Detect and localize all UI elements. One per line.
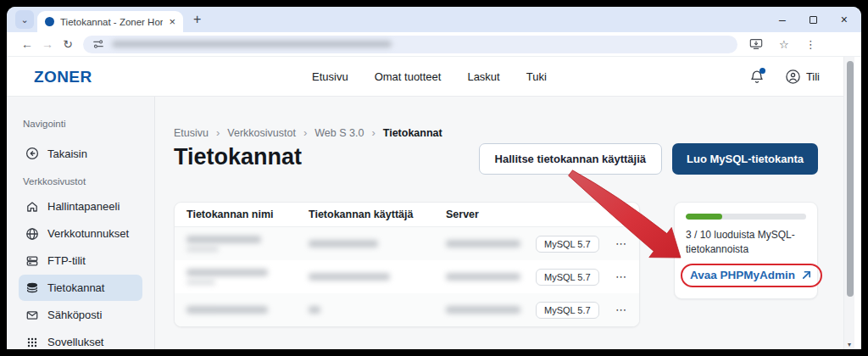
breadcrumb-separator-icon: ›: [303, 126, 307, 139]
tab-close-icon[interactable]: ×: [169, 16, 175, 27]
sidebar-item-label: FTP-tilit: [47, 254, 86, 267]
reload-icon[interactable]: ↻: [58, 37, 78, 51]
page-title: Tietokannat: [174, 144, 302, 170]
zoner-logo[interactable]: ZONER: [34, 68, 92, 86]
window-controls: – ×: [779, 7, 848, 32]
table-row[interactable]: MySQL 5.7 ⋯: [175, 227, 639, 260]
sidebar-section-navigation: Navigointi: [23, 119, 142, 131]
apps-grid-icon: [25, 336, 39, 349]
nav-item-tuki[interactable]: Tuki: [526, 70, 547, 83]
site-favicon: [45, 17, 54, 26]
minimize-button[interactable]: –: [779, 13, 786, 26]
notifications-bell-icon[interactable]: [749, 70, 765, 85]
external-link-icon: [801, 270, 812, 281]
forward-nav-icon[interactable]: →: [37, 37, 58, 51]
sidebar-item-label: Sovellukset: [47, 336, 103, 348]
nav-item-etusivu[interactable]: Etusivu: [312, 70, 348, 83]
back-circle-icon: [25, 147, 39, 160]
breadcrumb-separator-icon: ›: [371, 126, 375, 139]
db-quota-progress-fill: [686, 214, 722, 220]
page-actions: Hallitse tietokannan käyttäjiä Luo MySQL…: [479, 143, 818, 175]
sidebar: Navigointi Takaisin Verkkosivustot: [7, 97, 155, 349]
nav-item-omat-tuotteet[interactable]: Omat tuotteet: [375, 70, 442, 83]
app-header: ZONER Etusivu Omat tuotteet Laskut Tuki: [7, 57, 843, 97]
site-settings-icon[interactable]: [92, 38, 104, 50]
mysql-version-badge: MySQL 5.7: [536, 269, 599, 286]
page-scrollbar[interactable]: ▾: [843, 57, 854, 349]
account-label: Tili: [806, 70, 820, 83]
db-name-redacted: [186, 306, 309, 314]
breadcrumb-verkkosivustot[interactable]: Verkkosivustot: [227, 127, 296, 139]
db-user-redacted: [309, 306, 446, 314]
sidebar-item-label: Takaisin: [47, 147, 87, 160]
manage-db-users-button[interactable]: Hallitse tietokannan käyttäjiä: [479, 143, 662, 175]
table-row[interactable]: MySQL 5.7 ⋯: [175, 293, 639, 326]
url-text-redacted: [112, 41, 392, 47]
mysql-version-badge: MySQL 5.7: [536, 302, 599, 319]
home-icon: [25, 200, 39, 214]
table-header-row: Tietokannan nimi Tietokannan käyttäjä Se…: [175, 203, 639, 227]
sidebar-item-ftp-tilit[interactable]: FTP-tilit: [19, 248, 142, 274]
sidebar-item-tietokannat[interactable]: Tietokannat: [19, 275, 142, 301]
databases-table: Tietokannan nimi Tietokannan käyttäjä Se…: [174, 202, 640, 327]
db-name-redacted: [186, 236, 309, 252]
tab-title: Tietokannat - Zoner Home: [60, 17, 163, 27]
header-right: Tili: [749, 57, 820, 97]
db-name-redacted: [186, 269, 309, 285]
maximize-button[interactable]: [810, 16, 817, 24]
sidebar-item-label: Sähköposti: [47, 309, 102, 321]
sidebar-item-verkkotunnukset[interactable]: Verkkotunnukset: [19, 220, 142, 247]
send-to-device-icon[interactable]: [749, 38, 763, 50]
breadcrumb-web-s-30[interactable]: Web S 3.0: [314, 127, 364, 139]
scrollbar-down-arrow-icon[interactable]: ▾: [844, 341, 854, 348]
sidebar-item-back[interactable]: Takaisin: [19, 141, 142, 166]
mysql-version-badge: MySQL 5.7: [536, 236, 599, 253]
sidebar-item-label: Hallintapaneeli: [47, 200, 120, 213]
db-user-redacted: [309, 273, 446, 281]
table-row[interactable]: MySQL 5.7 ⋯: [175, 260, 639, 293]
red-highlight-annotation: Avaa PHPMyAdmin: [681, 264, 822, 287]
db-quota-progressbar: [686, 214, 806, 220]
mysql-usage-card: 3 / 10 luoduista MySQL-tietokannoista Av…: [674, 202, 818, 299]
sidebar-item-label: Tietokannat: [47, 281, 104, 294]
user-icon: [785, 69, 801, 85]
server-icon: [25, 254, 39, 268]
row-more-menu-icon[interactable]: ⋯: [602, 237, 627, 250]
scrollbar-thumb[interactable]: [847, 61, 854, 297]
create-mysql-db-button[interactable]: Luo MySQL-tietokanta: [672, 143, 818, 175]
main-content: Etusivu › Verkkosivustot › Web S 3.0 › T…: [155, 97, 843, 349]
window-close-button[interactable]: ×: [841, 13, 848, 26]
account-menu[interactable]: Tili: [785, 69, 820, 85]
url-bar[interactable]: [83, 36, 737, 53]
toolbar-right-icons: ☆ ⋮: [749, 38, 816, 51]
sidebar-item-sahkoposti[interactable]: Sähköposti: [19, 302, 142, 328]
open-phpmyadmin-link[interactable]: Avaa PHPMyAdmin: [690, 269, 795, 281]
new-tab-button[interactable]: +: [193, 12, 201, 27]
column-db-user: Tietokannan käyttäjä: [309, 209, 446, 220]
globe-icon: [25, 227, 39, 241]
database-icon: [25, 281, 39, 295]
breadcrumb-separator-icon: ›: [216, 126, 220, 139]
bookmark-star-icon[interactable]: ☆: [779, 38, 789, 51]
server-redacted: [446, 306, 536, 314]
browser-menu-icon[interactable]: ⋮: [805, 38, 816, 51]
top-navigation: Etusivu Omat tuotteet Laskut Tuki: [312, 57, 547, 97]
server-redacted: [446, 240, 536, 248]
browser-tab[interactable]: Tietokannat - Zoner Home ×: [37, 11, 183, 32]
sidebar-section-websites: Verkkosivustot: [23, 176, 142, 188]
sidebar-item-label: Verkkotunnukset: [47, 227, 129, 240]
nav-item-laskut[interactable]: Laskut: [467, 70, 499, 83]
breadcrumb-etusivu[interactable]: Etusivu: [174, 127, 209, 139]
browser-toolbar: ← → ↻ ☆ ⋮: [7, 32, 861, 57]
row-more-menu-icon[interactable]: ⋯: [602, 303, 627, 316]
server-redacted: [446, 273, 536, 281]
row-more-menu-icon[interactable]: ⋯: [602, 270, 627, 283]
breadcrumb: Etusivu › Verkkosivustot › Web S 3.0 › T…: [174, 126, 442, 139]
browser-window: ⌄ Tietokannat - Zoner Home × + – × ← → ↻: [7, 7, 861, 349]
back-nav-icon[interactable]: ←: [17, 37, 37, 51]
db-user-redacted: [309, 240, 446, 248]
sidebar-item-sovellukset[interactable]: Sovellukset: [19, 329, 142, 349]
sidebar-item-hallintapaneeli[interactable]: Hallintapaneeli: [19, 193, 142, 220]
tab-strip: ⌄ Tietokannat - Zoner Home × + – ×: [7, 7, 861, 32]
tab-search-chevron-icon[interactable]: ⌄: [15, 10, 34, 29]
